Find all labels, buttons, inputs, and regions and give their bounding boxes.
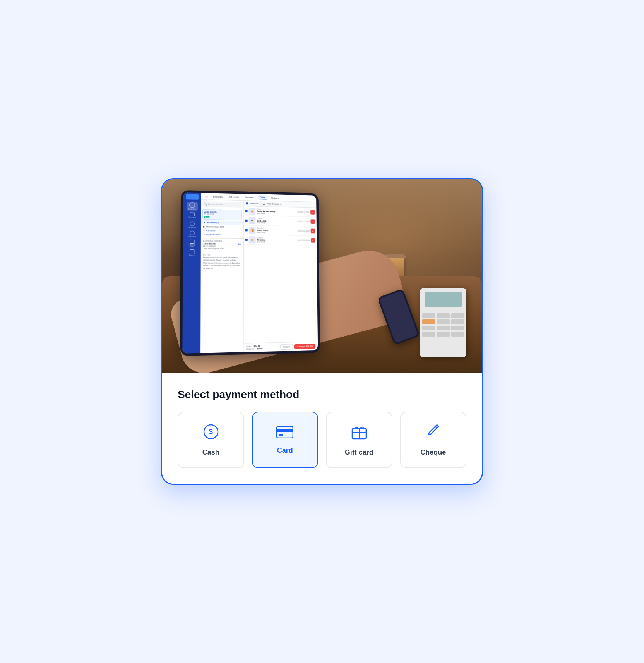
hide-checked-label: Hide checked in	[267, 203, 281, 205]
pos-content-area: 🔍 Jane Smith/email... Jane Smith 01.01.2…	[200, 200, 318, 353]
sidebar-icon-food[interactable]: Food & drink	[186, 239, 197, 248]
card-label: Card	[277, 447, 293, 455]
payment-card-button[interactable]: Card	[252, 412, 319, 468]
pos-key	[437, 319, 449, 324]
edit-owner-button[interactable]: ✏ Edit	[236, 242, 241, 245]
balance-label: Balance	[247, 347, 254, 350]
client-card[interactable]: Jane Smith 01.01.2024 Team	[202, 209, 242, 220]
pos-terminal	[420, 288, 466, 357]
pos-key	[437, 326, 449, 330]
item-check-3[interactable]: ✓	[311, 238, 315, 243]
payment-giftcard-button[interactable]: Gift card	[326, 412, 392, 468]
main-card: Bookings Gift cards Packages	[161, 178, 483, 485]
pos-key	[451, 313, 464, 318]
item-checkbox-2[interactable]	[245, 229, 248, 231]
payment-cash-button[interactable]: $ Cash	[178, 412, 244, 468]
item-info-1: Coffee Iced Latte Jane Smith	[257, 218, 296, 224]
item-person-1: Jane Smith	[257, 222, 296, 224]
item-info-3: Dessert Tiramisu Jane Smith	[257, 237, 296, 244]
cheque-label: Cheque	[420, 448, 446, 457]
menu-upgrade-label: Upgrade items	[206, 233, 220, 235]
item-person-2: Jane Smith	[257, 232, 296, 234]
sidebar-icon-members[interactable]: Members	[186, 230, 197, 239]
payment-title: Select payment method	[178, 388, 466, 401]
booking-items-list: 🍝 Pasta Pesto Fusilli Pasta Jane Smith #…	[244, 206, 317, 246]
balance-row: Balance $0.00	[247, 347, 263, 350]
sidebar-members-label: Members	[188, 236, 196, 238]
giftcard-icon	[190, 212, 194, 216]
item-info-0: Pasta Pesto Fusilli Pasta Jane Smith	[257, 208, 296, 215]
payment-cheque-button[interactable]: Cheque	[400, 412, 467, 468]
cash-label: Cash	[202, 448, 219, 457]
packages-icon	[190, 222, 194, 226]
pos-key	[437, 313, 449, 318]
nav-returns[interactable]: Returns	[270, 196, 281, 199]
select-all-checkbox[interactable]	[246, 202, 248, 204]
pos-left-panel: 🔍 Jane Smith/email... Jane Smith 01.01.2…	[200, 200, 244, 353]
pos-logo	[186, 194, 199, 200]
item-person-0: Jane Smith	[257, 212, 296, 215]
pos-footer: Paid $64.00 Balance $0.00	[244, 342, 318, 352]
chevron-up-icon: ⬆	[203, 233, 205, 235]
food-icon	[190, 239, 194, 243]
totals-display: Paid $64.00 Balance $0.00	[246, 345, 262, 350]
nav-bookings[interactable]: Bookings	[211, 194, 224, 199]
sidebar-giftcards-label: Gift cards	[188, 216, 196, 218]
sidebar-icon-bookings[interactable]: Bookings	[187, 202, 198, 211]
search-placeholder: Jane Smith/email...	[208, 203, 224, 206]
pos-key	[437, 332, 449, 337]
nav-giftcards[interactable]: Gift cards	[227, 195, 240, 199]
pos-right-panel: Select all Hide checked in 🍝 Pasta Pesto…	[244, 201, 318, 352]
notes-section: NOTES Lorem ipsum dolor sit amet, consec…	[201, 252, 243, 271]
sidebar-bookings-label: Bookings	[188, 208, 196, 210]
item-checkbox-0[interactable]	[245, 210, 248, 212]
nav-reviews[interactable]: Reviews	[243, 195, 255, 199]
arrow-icon: ▼	[203, 221, 206, 223]
svg-rect-3	[277, 429, 293, 432]
booking-item: ☕ Coffee Iced Latte Jane Smith #00067121…	[244, 216, 317, 227]
svg-text:$: $	[209, 428, 213, 436]
item-code-1: #000671212800	[297, 220, 309, 222]
item-checkbox-1[interactable]	[245, 220, 248, 222]
tablet-screen: Bookings Gift cards Packages	[182, 192, 318, 354]
search-bar[interactable]: 🔍 Jane Smith/email...	[202, 201, 242, 208]
time-display: 11:18	[203, 195, 208, 198]
refund-button[interactable]: Refund	[280, 344, 293, 350]
sidebar-icon-packages[interactable]: Packages	[187, 220, 198, 229]
pos-key	[422, 326, 435, 330]
hide-checked-checkbox[interactable]	[263, 203, 265, 205]
item-code-0: #000671012800	[297, 211, 309, 213]
item-check-0[interactable]: ✓	[310, 210, 315, 215]
pos-software: Bookings Gift cards Packages	[182, 192, 318, 354]
notes-header: NOTES	[203, 253, 241, 256]
menu-add-label: Add items	[206, 229, 215, 232]
sidebar-icon-merch[interactable]: Merch	[186, 249, 197, 257]
cash-icon: $	[202, 423, 219, 444]
item-thumb-0: 🍝	[249, 208, 256, 215]
pos-key	[451, 332, 464, 337]
sidebar-packages-label: Packages	[188, 227, 197, 228]
menu-upgrade-items[interactable]: ⬆ Upgrade items	[201, 232, 243, 237]
balance-value: $0.00	[257, 347, 263, 350]
client-badge: Team	[204, 216, 209, 218]
pos-key-highlight	[422, 319, 435, 324]
pos-sidebar: Bookings Gift cards Packages	[182, 192, 201, 354]
pos-terminal-screen	[425, 292, 462, 307]
cheque-icon	[426, 423, 440, 444]
giftcard-payment-icon	[351, 423, 368, 444]
item-thumb-2: 🍞	[249, 227, 256, 234]
item-check-1[interactable]: ✓	[310, 219, 315, 224]
item-checkbox-3[interactable]	[245, 239, 248, 241]
pos-key	[451, 326, 464, 330]
svg-rect-4	[279, 434, 283, 436]
item-code-2: #000971212800	[297, 230, 309, 232]
item-check-2[interactable]: ✓	[311, 229, 315, 234]
nav-table[interactable]: Table	[258, 195, 267, 199]
bookings-icon	[189, 202, 195, 208]
booking-item: 🍞 Side dish Garlic bread Jane Smith #000…	[244, 225, 317, 236]
arrow-icon-2: ▶	[203, 225, 205, 228]
charge-button[interactable]: Charge $64.00	[294, 344, 315, 349]
pos-keypad	[420, 311, 466, 339]
sidebar-icon-giftcards[interactable]: Gift cards	[187, 211, 198, 220]
notes-content: Lorem ipsum dolor sit amet, consectetur …	[203, 256, 241, 270]
